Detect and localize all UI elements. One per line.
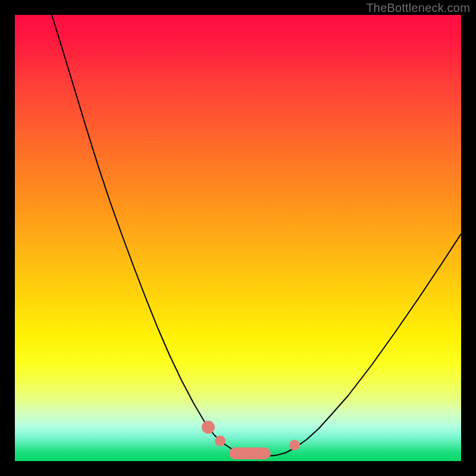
watermark-text: TheBottleneck.com bbox=[366, 1, 470, 15]
floor-capsule bbox=[229, 447, 271, 459]
marker-right bbox=[289, 440, 300, 450]
bottleneck-v-curve bbox=[52, 15, 461, 456]
marker-left-upper bbox=[202, 421, 215, 434]
chart-frame: TheBottleneck.com bbox=[0, 0, 476, 476]
marker-left-lower bbox=[215, 436, 226, 446]
curve-svg bbox=[15, 15, 461, 461]
plot-area bbox=[15, 15, 461, 461]
